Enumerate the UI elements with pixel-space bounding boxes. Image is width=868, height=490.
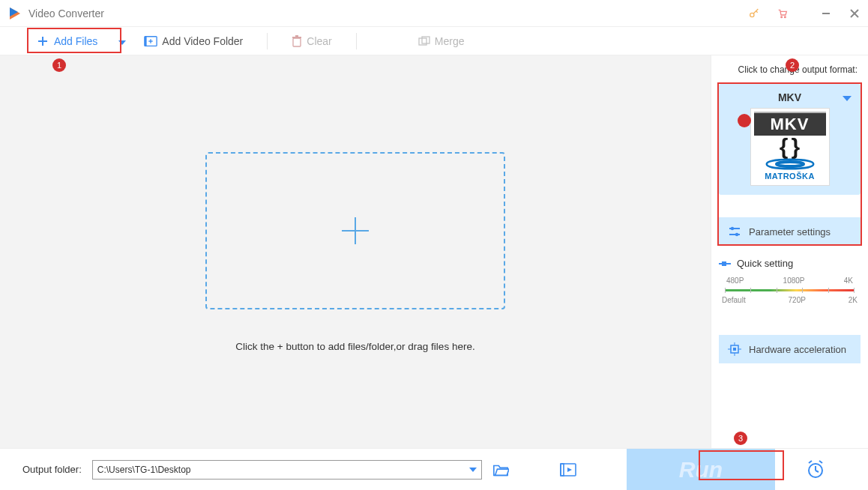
svg-rect-15 <box>419 38 427 45</box>
svg-rect-14 <box>295 35 298 37</box>
qs-label: 4K <box>844 276 853 285</box>
svg-point-2 <box>784 16 786 17</box>
highlight-box-1 <box>27 28 121 53</box>
dropzone-area: Click the + button to add files/folder,o… <box>0 55 711 448</box>
folder-open-icon <box>492 462 509 477</box>
marker-3: 3 <box>734 432 747 445</box>
quick-setting-section: Quick setting 480P 1080P 4K Default 720P… <box>719 255 861 312</box>
svg-rect-9 <box>145 36 147 46</box>
alarm-clock-icon <box>806 460 825 480</box>
dropzone-hint: Click the + button to add files/folder,o… <box>235 341 474 352</box>
dropzone[interactable] <box>205 152 505 309</box>
toolbar: Add Files Add Video Folder Clear Merge <box>0 27 868 55</box>
qs-label: 720P <box>789 296 806 304</box>
app-logo-icon <box>7 6 22 21</box>
svg-rect-13 <box>292 37 301 38</box>
hardware-acceleration-button[interactable]: Hardware acceleration <box>719 335 861 363</box>
svg-rect-27 <box>722 261 726 266</box>
dropzone-plus-icon <box>337 213 373 249</box>
quick-setting-title: Quick setting <box>737 258 793 269</box>
close-icon[interactable] <box>849 7 861 19</box>
svg-rect-35 <box>561 464 564 476</box>
svg-rect-29 <box>733 348 736 351</box>
quality-slider[interactable]: 480P 1080P 4K Default 720P 2K <box>722 276 858 309</box>
merge-label: Merge <box>435 35 465 47</box>
merge-icon <box>418 36 430 46</box>
highlight-box-3 <box>699 450 784 480</box>
folder-plus-icon <box>144 35 157 47</box>
svg-point-1 <box>781 16 783 17</box>
qs-label: Default <box>722 296 746 304</box>
qs-label: 480P <box>726 276 744 285</box>
timer-button[interactable] <box>786 449 846 491</box>
marker-2: 2 <box>786 58 799 72</box>
app-title: Video Converter <box>28 7 104 19</box>
svg-line-39 <box>809 461 812 463</box>
video-folder-button[interactable] <box>560 462 576 478</box>
chevron-down-icon <box>469 468 477 472</box>
svg-rect-16 <box>422 37 430 43</box>
sidebar: Click to change output format: MKV MKV {… <box>711 55 868 448</box>
add-video-folder-button[interactable]: Add Video Folder <box>136 35 250 47</box>
marker-2 <box>738 114 751 127</box>
add-folder-label: Add Video Folder <box>162 35 243 47</box>
minimize-icon[interactable] <box>820 7 832 19</box>
cart-icon[interactable] <box>777 7 789 19</box>
qs-label: 2K <box>849 296 858 304</box>
toolbar-divider <box>356 33 357 49</box>
output-folder-label: Output folder: <box>22 464 82 475</box>
quick-setting-icon <box>719 260 731 267</box>
svg-rect-12 <box>293 38 301 46</box>
clear-button[interactable]: Clear <box>284 35 339 47</box>
svg-line-38 <box>816 471 819 472</box>
trash-icon <box>292 35 302 47</box>
key-icon[interactable] <box>748 7 760 19</box>
marker-1: 1 <box>52 58 66 72</box>
chip-icon <box>728 342 741 356</box>
video-folder-icon <box>560 463 576 477</box>
output-folder-path: C:\Users\TG-1\Desktop <box>97 465 191 475</box>
toolbar-divider <box>267 33 268 49</box>
open-folder-button[interactable] <box>492 462 509 478</box>
hardware-acceleration-label: Hardware acceleration <box>749 344 846 355</box>
merge-button[interactable]: Merge <box>411 35 472 47</box>
clear-label: Clear <box>307 35 331 47</box>
qs-label: 1080P <box>783 276 805 285</box>
output-folder-input[interactable]: C:\Users\TG-1\Desktop <box>92 460 482 480</box>
title-bar: Video Converter <box>0 0 868 27</box>
svg-line-40 <box>819 461 822 463</box>
highlight-box-2 <box>717 82 862 246</box>
